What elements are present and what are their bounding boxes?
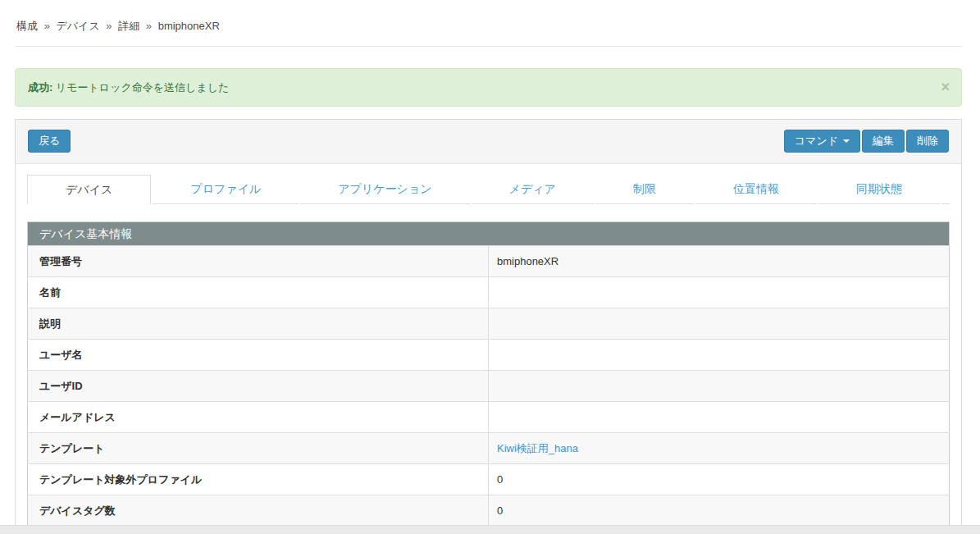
table-row: ユーザID xyxy=(28,371,950,402)
table-row: テンプレート対象外プロファイル 0 xyxy=(28,464,950,495)
table-row: デバイスタグ数 0 xyxy=(28,495,950,527)
row-label: デバイスタグ数 xyxy=(28,495,489,527)
row-value xyxy=(489,308,950,340)
breadcrumb: 構成 » デバイス » 詳細 » bmiphoneXR xyxy=(0,0,980,32)
header-divider xyxy=(15,46,962,47)
row-label: メールアドレス xyxy=(28,402,489,433)
breadcrumb-separator: » xyxy=(44,20,50,32)
toolbar: 戻る コマンド 編集 削除 xyxy=(16,120,961,164)
table-row: メールアドレス xyxy=(28,402,950,433)
tab-device[interactable]: デバイス xyxy=(27,175,151,204)
panel-body: デバイス プロファイル アプリケーション メディア 制限 位置情報 同期状態 デ… xyxy=(16,164,961,534)
breadcrumb-item-config[interactable]: 構成 xyxy=(16,20,38,32)
tab-profile[interactable]: プロファイル xyxy=(153,175,299,204)
tab-sync-status[interactable]: 同期状態 xyxy=(818,175,940,204)
tab-bar: デバイス プロファイル アプリケーション メディア 制限 位置情報 同期状態 xyxy=(27,175,950,204)
row-label: 説明 xyxy=(28,308,489,340)
row-label: テンプレート xyxy=(28,433,489,464)
success-alert: 成功: リモートロック命令を送信しました × xyxy=(15,68,962,107)
breadcrumb-item-devices[interactable]: デバイス xyxy=(56,20,99,32)
command-dropdown-button[interactable]: コマンド xyxy=(784,130,860,153)
row-label: 管理番号 xyxy=(28,246,489,277)
row-value: 0 xyxy=(489,495,950,527)
alert-title: 成功: xyxy=(28,81,52,94)
delete-button[interactable]: 削除 xyxy=(906,130,949,153)
row-value xyxy=(489,371,950,402)
caret-down-icon xyxy=(843,139,850,143)
row-label: テンプレート対象外プロファイル xyxy=(28,464,489,495)
tab-restriction[interactable]: 制限 xyxy=(595,175,694,204)
row-value: Kiwi検証用_hana xyxy=(489,433,950,464)
row-label: ユーザ名 xyxy=(28,340,489,371)
breadcrumb-separator: » xyxy=(146,20,152,32)
table-row: ユーザ名 xyxy=(28,340,950,371)
row-value xyxy=(489,277,950,308)
table-row: テンプレート Kiwi検証用_hana xyxy=(28,433,950,464)
template-link[interactable]: Kiwi検証用_hana xyxy=(497,442,578,454)
device-basic-info-table: デバイス基本情報 管理番号 bmiphoneXR 名前 説明 ユーザ名 ユーザI… xyxy=(27,221,950,527)
row-value xyxy=(489,340,950,371)
table-row: 説明 xyxy=(28,308,950,340)
breadcrumb-item-detail[interactable]: 詳細 xyxy=(118,20,139,32)
alert-message: リモートロック命令を送信しました xyxy=(52,81,229,94)
table-row: 名前 xyxy=(28,277,950,308)
page-footer-background xyxy=(0,525,980,534)
row-label: ユーザID xyxy=(28,371,489,402)
tab-bar-filler xyxy=(941,175,950,204)
close-icon[interactable]: × xyxy=(941,80,950,94)
device-detail-panel: 戻る コマンド 編集 削除 デバイス プロファイル アプリケーション メディア … xyxy=(15,119,962,534)
row-value xyxy=(489,402,950,433)
tab-media[interactable]: メディア xyxy=(472,175,594,204)
section-title: デバイス基本情報 xyxy=(28,222,950,246)
breadcrumb-item-device-name: bmiphoneXR xyxy=(158,20,220,32)
edit-button[interactable]: 編集 xyxy=(862,130,905,153)
table-section-header: デバイス基本情報 xyxy=(28,222,950,246)
back-button[interactable]: 戻る xyxy=(28,130,71,153)
action-button-group: コマンド 編集 削除 xyxy=(784,130,949,153)
row-value: bmiphoneXR xyxy=(489,246,950,277)
row-value: 0 xyxy=(489,464,950,495)
breadcrumb-separator: » xyxy=(106,20,112,32)
tab-application[interactable]: アプリケーション xyxy=(300,175,469,204)
row-label: 名前 xyxy=(28,277,489,308)
tab-location[interactable]: 位置情報 xyxy=(695,175,817,204)
table-row: 管理番号 bmiphoneXR xyxy=(28,246,950,277)
